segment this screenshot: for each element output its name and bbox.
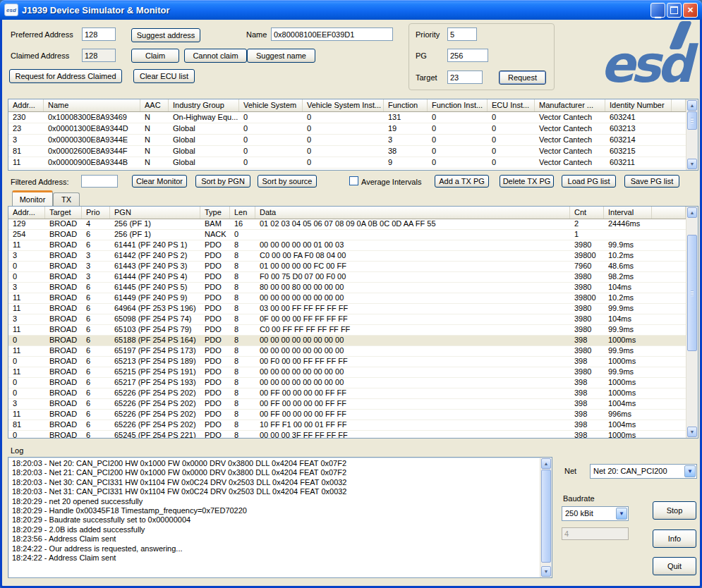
chevron-down-icon[interactable]: ▼ <box>684 465 696 477</box>
column-header[interactable]: Identity Number <box>605 99 672 111</box>
column-header[interactable]: Data <box>255 207 570 219</box>
clear-monitor-button[interactable]: Clear Monitor <box>132 175 187 188</box>
table-row[interactable]: 810x00002600E8A9344FNGlobal003800Vector … <box>8 146 686 157</box>
column-header[interactable]: Addr... <box>8 99 44 111</box>
load-pg-list-button[interactable]: Load PG list <box>562 175 616 188</box>
scrollbar-thumb[interactable] <box>687 111 697 130</box>
column-header[interactable]: Len <box>230 207 255 219</box>
scroll-up-icon[interactable]: ▲ <box>687 100 697 111</box>
monitor-table-scrollbar[interactable]: ▲ ▼ <box>686 207 698 438</box>
clear-ecu-list-button[interactable]: Clear ECU list <box>133 69 195 83</box>
table-row[interactable]: 129BROAD4256 (PF 1)BAM1601 02 03 04 05 0… <box>8 219 686 230</box>
table-row[interactable]: 3BROAD361442 (PF 240 PS 2)PDO8C0 00 00 F… <box>8 251 686 262</box>
name-input[interactable] <box>271 27 393 41</box>
column-header[interactable]: AAC <box>140 99 169 111</box>
cell <box>255 230 570 240</box>
column-header[interactable]: ECU Inst... <box>488 99 535 111</box>
table-row[interactable]: 11BROAD665197 (PF 254 PS 173)PDO800 00 0… <box>8 346 686 357</box>
column-header[interactable]: Prio <box>82 207 110 219</box>
table-row[interactable]: 0BROAD665213 (PF 254 PS 189)PDO800 F0 00… <box>8 357 686 367</box>
column-header[interactable]: PGN <box>110 207 200 219</box>
titlebar[interactable]: esd J1939 Device Simulator & Monitor ▁ ✕ <box>0 0 702 20</box>
table-row[interactable]: 00x00000000E8A9344CNGlobal00900Vector Ca… <box>8 169 686 170</box>
ecu-table-scrollbar[interactable]: ▲ ▼ <box>686 99 698 170</box>
scroll-down-icon[interactable]: ▼ <box>541 566 551 577</box>
net-select[interactable]: Net 20: CAN_PCI200 ▼ <box>590 464 697 479</box>
column-header[interactable]: Vehicle System Inst... <box>303 99 384 111</box>
column-header[interactable]: Manufacturer ... <box>535 99 605 111</box>
table-row[interactable]: 2300x10008300E8A93469NOn-Highway Equ...0… <box>8 112 686 123</box>
scrollbar-thumb[interactable] <box>687 235 697 351</box>
minimize-button[interactable]: ▁ <box>650 3 665 18</box>
quit-button[interactable]: Quit <box>653 557 696 575</box>
preferred-address-input[interactable] <box>82 27 116 41</box>
table-row[interactable]: 11BROAD661449 (PF 240 PS 9)PDO800 00 00 … <box>8 293 686 304</box>
column-header[interactable]: Industry Group <box>169 99 239 111</box>
request-for-address-claimed-button[interactable]: Request for Address Claimed <box>9 69 122 83</box>
close-button[interactable]: ✕ <box>683 3 698 18</box>
column-header[interactable]: Addr... <box>8 207 45 219</box>
scroll-down-icon[interactable]: ▼ <box>687 159 697 169</box>
table-row[interactable]: 0BROAD665226 (PF 254 PS 202)PDO800 FF 00… <box>8 388 686 399</box>
column-header[interactable]: Interval <box>604 207 652 219</box>
table-row[interactable]: 0BROAD361443 (PF 240 PS 3)PDO801 00 00 0… <box>8 262 686 272</box>
cell: 3 <box>82 251 110 261</box>
cell: 4 <box>82 219 110 229</box>
table-row[interactable]: 0BROAD361444 (PF 240 PS 4)PDO8F0 00 75 D… <box>8 272 686 283</box>
table-row[interactable]: 3BROAD665098 (PF 254 PS 74)PDO80F 00 00 … <box>8 314 686 325</box>
cell: PDO <box>200 388 230 398</box>
baudrate-select[interactable]: 250 kBit ▼ <box>562 506 629 521</box>
suggest-address-button[interactable]: Suggest address <box>131 28 200 42</box>
sort-by-source-button[interactable]: Sort by source <box>258 175 317 188</box>
scroll-down-icon[interactable]: ▼ <box>687 427 697 437</box>
column-header[interactable]: Function <box>384 99 428 111</box>
column-header[interactable]: Name <box>44 99 140 111</box>
claim-button[interactable]: Claim <box>131 49 179 63</box>
cell: 6 <box>82 230 110 240</box>
stop-button[interactable]: Stop <box>653 501 696 520</box>
table-row[interactable]: 3BROAD665226 (PF 254 PS 202)PDO800 FF 00… <box>8 399 686 410</box>
table-row[interactable]: 11BROAD664964 (PF 253 PS 196)PDO803 00 0… <box>8 304 686 314</box>
request-button[interactable]: Request <box>499 71 546 85</box>
scroll-up-icon[interactable]: ▲ <box>541 458 551 469</box>
table-row[interactable]: 254BROAD6256 (PF 1)NACK01 <box>8 230 686 240</box>
delete-tx-pg-button[interactable]: Delete TX PG <box>500 175 554 188</box>
table-row[interactable]: 0BROAD665217 (PF 254 PS 193)PDO800 00 00… <box>8 378 686 388</box>
log-scrollbar[interactable]: ▲ ▼ <box>540 458 552 577</box>
table-row[interactable]: 11BROAD665215 (PF 254 PS 191)PDO800 00 0… <box>8 367 686 378</box>
table-row[interactable]: 3BROAD661445 (PF 240 PS 5)PDO880 00 00 8… <box>8 283 686 293</box>
filtered-address-input[interactable] <box>81 175 118 188</box>
table-row[interactable]: 0BROAD665188 (PF 254 PS 164)PDO800 00 00… <box>8 336 686 346</box>
table-row[interactable]: 81BROAD665226 (PF 254 PS 202)PDO810 FF F… <box>8 420 686 431</box>
column-header[interactable]: Type <box>200 207 230 219</box>
cannot-claim-button[interactable]: Cannot claim <box>184 49 247 63</box>
add-tx-pg-button[interactable]: Add a TX PG <box>435 175 489 188</box>
average-intervals-checkbox[interactable] <box>349 176 358 185</box>
column-header[interactable]: Vehicle System <box>239 99 303 111</box>
scrollbar-thumb[interactable] <box>541 470 551 563</box>
suggest-name-button[interactable]: Suggest name <box>247 49 315 63</box>
target-input[interactable] <box>447 71 483 84</box>
table-row[interactable]: 11BROAD665226 (PF 254 PS 202)PDO800 FF 0… <box>8 410 686 420</box>
pg-input[interactable] <box>447 49 488 62</box>
scroll-up-icon[interactable]: ▲ <box>687 207 697 218</box>
tab-tx[interactable]: TX <box>53 192 80 206</box>
column-header[interactable]: Target <box>45 207 82 219</box>
cell-filler <box>652 283 686 293</box>
chevron-down-icon[interactable]: ▼ <box>616 508 627 520</box>
log-box[interactable]: 18:20:03 - Net 20: CAN_PCI200 HW 0x1000 … <box>8 457 552 578</box>
priority-input[interactable] <box>447 27 477 41</box>
sort-by-pgn-button[interactable]: Sort by PGN <box>195 175 250 188</box>
table-row[interactable]: 110x00000900E8A9344BNGlobal00900Vector C… <box>8 157 686 169</box>
tab-monitor[interactable]: Monitor <box>12 190 53 206</box>
maximize-button[interactable] <box>667 3 682 18</box>
table-row[interactable]: 30x00000300E8A9344ENGlobal00300Vector Ca… <box>8 135 686 146</box>
table-row[interactable]: 0BROAD665245 (PF 254 PS 221)PDO800 00 00… <box>8 431 686 438</box>
column-header[interactable]: Function Inst... <box>428 99 488 111</box>
table-row[interactable]: 11BROAD665103 (PF 254 PS 79)PDO8C0 00 FF… <box>8 325 686 336</box>
column-header[interactable]: Cnt <box>570 207 604 219</box>
info-button[interactable]: Info <box>653 529 696 548</box>
table-row[interactable]: 11BROAD661441 (PF 240 PS 1)PDO800 00 00 … <box>8 240 686 251</box>
table-row[interactable]: 230x00001300E8A9344DNGlobal001900Vector … <box>8 123 686 135</box>
save-pg-list-button[interactable]: Save PG list <box>624 175 679 188</box>
